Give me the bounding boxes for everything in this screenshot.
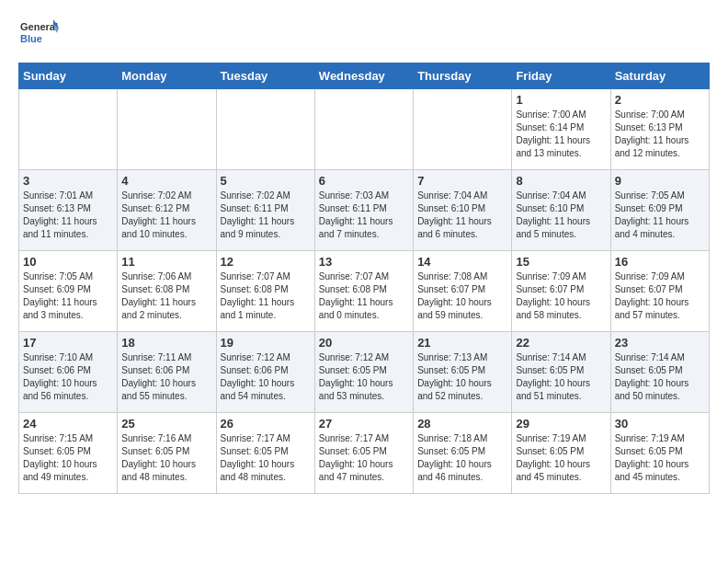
day-number: 3 xyxy=(23,174,113,188)
day-number: 15 xyxy=(516,255,606,269)
day-info: Sunrise: 7:13 AM Sunset: 6:05 PM Dayligh… xyxy=(417,351,507,403)
logo-svg: General Blue xyxy=(18,15,59,55)
calendar-cell: 2Sunrise: 7:00 AM Sunset: 6:13 PM Daylig… xyxy=(610,89,709,170)
calendar-cell: 26Sunrise: 7:17 AM Sunset: 6:05 PM Dayli… xyxy=(216,413,314,494)
col-header-wednesday: Wednesday xyxy=(314,63,413,89)
calendar-cell xyxy=(314,89,413,170)
day-info: Sunrise: 7:15 AM Sunset: 6:05 PM Dayligh… xyxy=(23,432,113,484)
day-number: 13 xyxy=(319,255,409,269)
calendar-cell: 8Sunrise: 7:04 AM Sunset: 6:10 PM Daylig… xyxy=(512,170,610,251)
day-number: 5 xyxy=(221,174,311,188)
day-number: 17 xyxy=(23,336,113,350)
calendar-cell: 15Sunrise: 7:09 AM Sunset: 6:07 PM Dayli… xyxy=(512,251,610,332)
day-info: Sunrise: 7:19 AM Sunset: 6:05 PM Dayligh… xyxy=(615,432,705,484)
calendar-cell: 16Sunrise: 7:09 AM Sunset: 6:07 PM Dayli… xyxy=(610,251,709,332)
day-info: Sunrise: 7:02 AM Sunset: 6:12 PM Dayligh… xyxy=(121,190,211,241)
day-number: 2 xyxy=(615,93,705,107)
page-header: General Blue xyxy=(18,15,710,55)
col-header-friday: Friday xyxy=(512,63,610,89)
calendar-cell: 23Sunrise: 7:14 AM Sunset: 6:05 PM Dayli… xyxy=(610,332,709,413)
calendar-cell: 6Sunrise: 7:03 AM Sunset: 6:11 PM Daylig… xyxy=(314,170,413,251)
day-info: Sunrise: 7:18 AM Sunset: 6:05 PM Dayligh… xyxy=(417,432,507,484)
calendar-week-row: 17Sunrise: 7:10 AM Sunset: 6:06 PM Dayli… xyxy=(19,332,710,413)
calendar-cell: 18Sunrise: 7:11 AM Sunset: 6:06 PM Dayli… xyxy=(118,332,216,413)
day-info: Sunrise: 7:04 AM Sunset: 6:10 PM Dayligh… xyxy=(417,190,507,241)
day-info: Sunrise: 7:05 AM Sunset: 6:09 PM Dayligh… xyxy=(23,270,113,322)
day-number: 25 xyxy=(121,417,211,431)
calendar-week-row: 3Sunrise: 7:01 AM Sunset: 6:13 PM Daylig… xyxy=(19,170,710,251)
col-header-saturday: Saturday xyxy=(610,63,709,89)
day-number: 8 xyxy=(516,174,606,188)
calendar-cell: 21Sunrise: 7:13 AM Sunset: 6:05 PM Dayli… xyxy=(414,332,512,413)
calendar-cell: 10Sunrise: 7:05 AM Sunset: 6:09 PM Dayli… xyxy=(19,251,118,332)
day-number: 14 xyxy=(417,255,507,269)
calendar-cell: 24Sunrise: 7:15 AM Sunset: 6:05 PM Dayli… xyxy=(19,413,118,494)
day-info: Sunrise: 7:09 AM Sunset: 6:07 PM Dayligh… xyxy=(615,270,705,322)
day-info: Sunrise: 7:10 AM Sunset: 6:06 PM Dayligh… xyxy=(23,351,113,403)
day-info: Sunrise: 7:17 AM Sunset: 6:05 PM Dayligh… xyxy=(221,432,311,484)
calendar-cell: 13Sunrise: 7:07 AM Sunset: 6:08 PM Dayli… xyxy=(314,251,413,332)
calendar-cell: 28Sunrise: 7:18 AM Sunset: 6:05 PM Dayli… xyxy=(414,413,512,494)
col-header-tuesday: Tuesday xyxy=(216,63,314,89)
day-number: 26 xyxy=(221,417,311,431)
calendar-cell: 9Sunrise: 7:05 AM Sunset: 6:09 PM Daylig… xyxy=(610,170,709,251)
day-info: Sunrise: 7:00 AM Sunset: 6:14 PM Dayligh… xyxy=(516,109,606,160)
calendar-cell: 3Sunrise: 7:01 AM Sunset: 6:13 PM Daylig… xyxy=(19,170,118,251)
day-number: 12 xyxy=(221,255,311,269)
col-header-sunday: Sunday xyxy=(19,63,118,89)
day-number: 1 xyxy=(516,93,606,107)
day-number: 16 xyxy=(615,255,705,269)
day-info: Sunrise: 7:14 AM Sunset: 6:05 PM Dayligh… xyxy=(516,351,606,403)
day-info: Sunrise: 7:04 AM Sunset: 6:10 PM Dayligh… xyxy=(516,190,606,241)
svg-text:General: General xyxy=(20,21,58,32)
calendar-cell: 22Sunrise: 7:14 AM Sunset: 6:05 PM Dayli… xyxy=(512,332,610,413)
logo: General Blue xyxy=(18,15,59,55)
day-info: Sunrise: 7:01 AM Sunset: 6:13 PM Dayligh… xyxy=(23,190,113,241)
day-number: 27 xyxy=(319,417,409,431)
day-number: 29 xyxy=(516,417,606,431)
svg-text:Blue: Blue xyxy=(20,33,42,44)
day-info: Sunrise: 7:05 AM Sunset: 6:09 PM Dayligh… xyxy=(615,190,705,241)
calendar-cell: 27Sunrise: 7:17 AM Sunset: 6:05 PM Dayli… xyxy=(314,413,413,494)
calendar-cell: 5Sunrise: 7:02 AM Sunset: 6:11 PM Daylig… xyxy=(216,170,314,251)
calendar-cell xyxy=(216,89,314,170)
calendar-cell: 12Sunrise: 7:07 AM Sunset: 6:08 PM Dayli… xyxy=(216,251,314,332)
calendar-header-row: SundayMondayTuesdayWednesdayThursdayFrid… xyxy=(19,63,710,89)
day-number: 18 xyxy=(121,336,211,350)
col-header-thursday: Thursday xyxy=(414,63,512,89)
day-number: 30 xyxy=(615,417,705,431)
day-info: Sunrise: 7:08 AM Sunset: 6:07 PM Dayligh… xyxy=(417,270,507,322)
day-info: Sunrise: 7:12 AM Sunset: 6:05 PM Dayligh… xyxy=(319,351,409,403)
day-number: 19 xyxy=(221,336,311,350)
calendar-cell xyxy=(118,89,216,170)
calendar-week-row: 24Sunrise: 7:15 AM Sunset: 6:05 PM Dayli… xyxy=(19,413,710,494)
calendar-cell: 14Sunrise: 7:08 AM Sunset: 6:07 PM Dayli… xyxy=(414,251,512,332)
day-number: 11 xyxy=(121,255,211,269)
calendar-cell: 30Sunrise: 7:19 AM Sunset: 6:05 PM Dayli… xyxy=(610,413,709,494)
day-info: Sunrise: 7:03 AM Sunset: 6:11 PM Dayligh… xyxy=(319,190,409,241)
day-number: 21 xyxy=(417,336,507,350)
calendar-cell: 1Sunrise: 7:00 AM Sunset: 6:14 PM Daylig… xyxy=(512,89,610,170)
calendar-week-row: 10Sunrise: 7:05 AM Sunset: 6:09 PM Dayli… xyxy=(19,251,710,332)
day-info: Sunrise: 7:00 AM Sunset: 6:13 PM Dayligh… xyxy=(615,109,705,160)
day-info: Sunrise: 7:14 AM Sunset: 6:05 PM Dayligh… xyxy=(615,351,705,403)
calendar-cell: 29Sunrise: 7:19 AM Sunset: 6:05 PM Dayli… xyxy=(512,413,610,494)
day-info: Sunrise: 7:12 AM Sunset: 6:06 PM Dayligh… xyxy=(221,351,311,403)
day-number: 10 xyxy=(23,255,113,269)
calendar-cell: 4Sunrise: 7:02 AM Sunset: 6:12 PM Daylig… xyxy=(118,170,216,251)
day-number: 9 xyxy=(615,174,705,188)
day-info: Sunrise: 7:06 AM Sunset: 6:08 PM Dayligh… xyxy=(121,270,211,322)
calendar-cell: 7Sunrise: 7:04 AM Sunset: 6:10 PM Daylig… xyxy=(414,170,512,251)
day-info: Sunrise: 7:07 AM Sunset: 6:08 PM Dayligh… xyxy=(319,270,409,322)
calendar-table: SundayMondayTuesdayWednesdayThursdayFrid… xyxy=(18,63,710,494)
day-info: Sunrise: 7:02 AM Sunset: 6:11 PM Dayligh… xyxy=(221,190,311,241)
calendar-cell: 11Sunrise: 7:06 AM Sunset: 6:08 PM Dayli… xyxy=(118,251,216,332)
day-number: 6 xyxy=(319,174,409,188)
day-info: Sunrise: 7:19 AM Sunset: 6:05 PM Dayligh… xyxy=(516,432,606,484)
calendar-cell xyxy=(19,89,118,170)
day-info: Sunrise: 7:09 AM Sunset: 6:07 PM Dayligh… xyxy=(516,270,606,322)
calendar-cell: 20Sunrise: 7:12 AM Sunset: 6:05 PM Dayli… xyxy=(314,332,413,413)
day-info: Sunrise: 7:11 AM Sunset: 6:06 PM Dayligh… xyxy=(121,351,211,403)
day-info: Sunrise: 7:07 AM Sunset: 6:08 PM Dayligh… xyxy=(221,270,311,322)
day-number: 23 xyxy=(615,336,705,350)
